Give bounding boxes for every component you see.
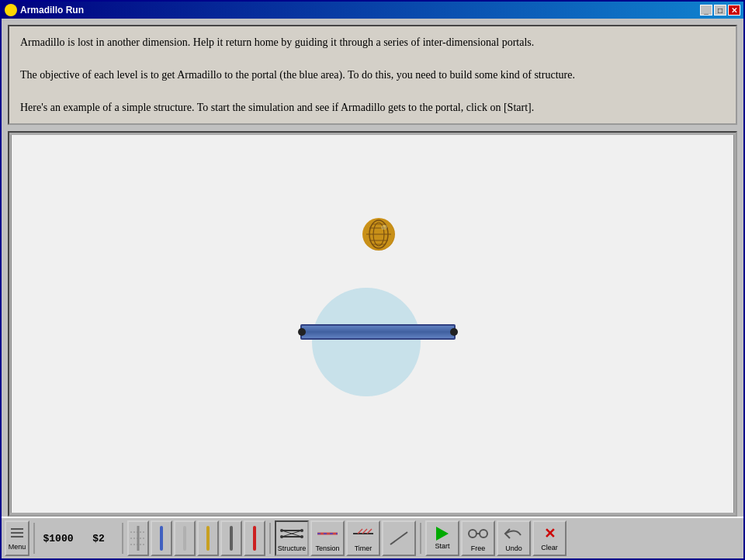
svg-rect-9 (11, 528, 23, 530)
material-rope-red-button[interactable] (244, 520, 265, 556)
free-button[interactable]: Free (461, 520, 495, 556)
app-icon (5, 4, 17, 16)
menu-button[interactable]: Menu (5, 520, 29, 556)
armadillo-shell (362, 218, 395, 251)
budget-display: $1000 (39, 520, 78, 556)
rope-red-line (253, 526, 256, 551)
cost-amount: $2 (92, 533, 105, 544)
svg-point-22 (280, 535, 283, 538)
play-icon (436, 527, 449, 541)
budget-amount: $1000 (43, 533, 73, 544)
portal (312, 288, 421, 396)
toolbar: Menu $1000 $2 (2, 517, 743, 558)
structure-icon (280, 524, 303, 543)
start-button[interactable]: Start (425, 520, 459, 556)
minimize-button[interactable]: _ (700, 5, 712, 16)
titlebar: Armadillo Run _ □ ✕ (2, 2, 743, 19)
sep-3 (269, 523, 271, 554)
game-canvas[interactable] (8, 131, 737, 517)
tension-label: Tension (315, 544, 339, 552)
description-line3: Here's an example of a simple structure.… (20, 99, 725, 116)
close-button[interactable]: ✕ (728, 5, 740, 16)
app-window: Armadillo Run _ □ ✕ Armadillo is lost in… (0, 0, 745, 560)
wall-right (733, 133, 736, 515)
joint-right (450, 328, 458, 336)
titlebar-buttons: _ □ ✕ (700, 5, 740, 16)
tension-view-button[interactable]: Tension (310, 520, 345, 556)
svg-point-23 (300, 535, 303, 538)
sep-1 (33, 523, 35, 554)
sep-4 (420, 523, 421, 554)
svg-rect-11 (11, 536, 23, 538)
window-title: Armadillo Run (20, 5, 84, 16)
description-line2: The objective of each level is to get Ar… (20, 67, 725, 83)
cable-icon (387, 529, 411, 548)
svg-point-21 (300, 529, 303, 532)
strut-line (183, 526, 186, 551)
svg-point-20 (280, 529, 283, 532)
wall-left (9, 133, 12, 515)
armadillo (362, 218, 395, 251)
cost-display: $2 (79, 520, 118, 556)
maximize-button[interactable]: □ (714, 5, 726, 16)
svg-line-30 (390, 532, 407, 544)
steel-line (160, 526, 163, 551)
structure-label: Structure (278, 544, 307, 552)
armadillo-body (362, 218, 395, 251)
joint-left (298, 328, 306, 336)
clear-icon: ✕ (544, 525, 556, 542)
beam-structure[interactable] (300, 324, 456, 340)
undo-label: Undo (505, 544, 522, 552)
steel-dark-line (230, 526, 233, 551)
start-label: Start (435, 542, 449, 550)
timer-label: Timer (355, 544, 372, 552)
timer-view-button[interactable]: Timer (346, 520, 380, 556)
material-steel-button[interactable] (151, 520, 172, 556)
undo-button[interactable]: Undo (497, 520, 531, 556)
description-box: Armadillo is lost in another dimension. … (8, 25, 737, 125)
material-strut-button[interactable] (174, 520, 196, 556)
material-rope-gold-button[interactable] (197, 520, 219, 556)
timer-icon (352, 524, 375, 543)
free-icon (466, 524, 490, 543)
wall-bottom (9, 513, 736, 515)
content-area: Armadillo is lost in another dimension. … (2, 19, 743, 558)
material-steel-dark-button[interactable] (220, 520, 242, 556)
material-cloth-button[interactable] (127, 520, 149, 556)
tension-icon (316, 524, 339, 543)
rope-gold-line (206, 526, 210, 551)
svg-point-32 (480, 530, 487, 538)
cloth-icon (130, 526, 146, 551)
description-line1: Armadillo is lost in another dimension. … (20, 34, 725, 50)
svg-point-31 (469, 530, 476, 538)
menu-icon (9, 526, 25, 541)
menu-label: Menu (9, 543, 26, 551)
svg-rect-10 (11, 532, 23, 534)
titlebar-left: Armadillo Run (5, 4, 84, 16)
sep-2 (122, 523, 123, 554)
clear-label: Clear (541, 544, 558, 551)
wall-top (9, 133, 736, 135)
free-label: Free (471, 544, 486, 552)
clear-button[interactable]: ✕ Clear (532, 520, 567, 556)
structure-view-button[interactable]: Structure (275, 520, 309, 556)
undo-icon (502, 524, 525, 543)
cable-tool-button[interactable] (382, 520, 416, 556)
